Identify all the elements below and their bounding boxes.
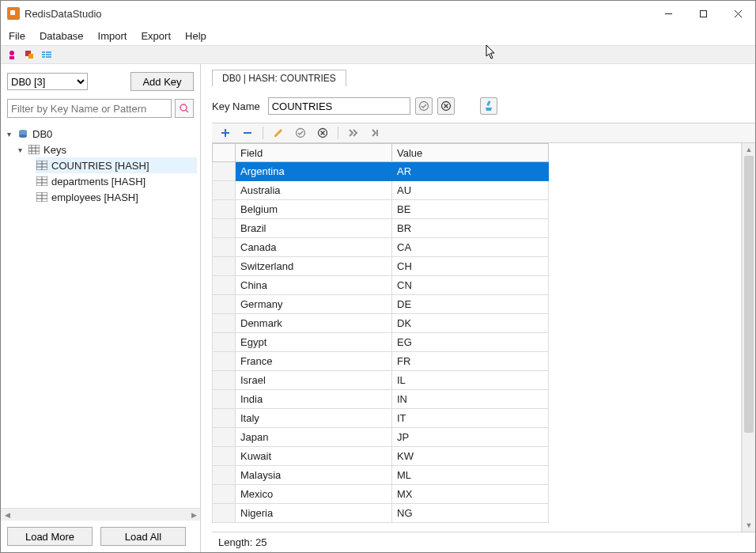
menu-file[interactable]: File [9, 30, 25, 42]
grid-vscroll[interactable]: ▲ ▼ [742, 143, 755, 532]
table-row[interactable]: EgyptEG [212, 333, 741, 352]
rownum-cell [212, 257, 236, 276]
field-cell: Denmark [236, 314, 392, 333]
scroll-up-icon[interactable]: ▲ [743, 143, 755, 156]
field-cell: Italy [236, 409, 392, 428]
tree-keys[interactable]: ▾ Keys [15, 142, 197, 157]
svg-rect-9 [42, 54, 45, 55]
database-icon [17, 128, 29, 139]
delete-button[interactable] [314, 124, 331, 142]
load-more-button[interactable]: Load More [7, 527, 93, 546]
menubar: File Database Import Export Help [1, 26, 755, 45]
filter-search-button[interactable] [175, 99, 194, 118]
tree-item[interactable]: departments [HASH] [36, 173, 197, 189]
grid-icon [28, 144, 40, 155]
table-row[interactable]: SwitzerlandCH [212, 257, 741, 276]
table-row[interactable]: MexicoMX [212, 485, 741, 504]
filter-input[interactable] [7, 99, 172, 118]
value-cell: CN [392, 276, 549, 295]
value-cell: NG [392, 504, 549, 523]
field-cell: Israel [236, 371, 392, 390]
value-header[interactable]: Value [392, 143, 549, 162]
table-row[interactable]: DenmarkDK [212, 314, 741, 333]
menu-database[interactable]: Database [40, 30, 84, 42]
value-cell: AR [392, 162, 549, 181]
menu-import[interactable]: Import [98, 30, 127, 42]
confirm-button[interactable] [292, 124, 309, 142]
minimize-button[interactable] [651, 1, 686, 26]
svg-rect-8 [42, 51, 45, 53]
tree-root[interactable]: ▾ DB0 [4, 126, 197, 142]
table-row[interactable]: KuwaitKW [212, 447, 741, 466]
length-label: Length: 25 [218, 536, 266, 548]
toolbar-icon-3[interactable] [40, 48, 53, 61]
menu-help[interactable]: Help [185, 30, 206, 42]
titlebar: RedisDataStudio [1, 1, 755, 26]
value-cell: FR [392, 352, 549, 371]
table-row[interactable]: ItalyIT [212, 409, 741, 428]
svg-rect-7 [28, 54, 33, 59]
remove-row-button[interactable] [239, 124, 256, 142]
scroll-down-icon[interactable]: ▼ [743, 519, 755, 532]
keyname-label: Key Name [212, 100, 260, 112]
table-row[interactable]: BelgiumBE [212, 200, 741, 219]
collapse-icon[interactable]: ▾ [4, 130, 13, 138]
value-cell: DK [392, 314, 549, 333]
svg-rect-10 [42, 56, 45, 58]
rownum-cell [212, 485, 236, 504]
rownum-cell [212, 333, 236, 352]
table-row[interactable]: AustraliaAU [212, 181, 741, 200]
table-row[interactable]: ArgentinaAR [212, 162, 741, 181]
svg-point-14 [180, 104, 187, 111]
rownum-cell [212, 295, 236, 314]
table-row[interactable]: IndiaIN [212, 390, 741, 409]
close-button[interactable] [720, 1, 755, 26]
rownum-cell [212, 466, 236, 485]
load-all-button[interactable]: Load All [100, 527, 186, 546]
value-cell: IT [392, 409, 549, 428]
field-header[interactable]: Field [236, 143, 392, 162]
table-icon [36, 191, 48, 203]
scroll-thumb[interactable] [744, 156, 754, 433]
tab-countries[interactable]: DB0 | HASH: COUNTRIES [212, 70, 346, 86]
table-row[interactable]: JapanJP [212, 428, 741, 447]
field-cell: Australia [236, 181, 392, 200]
tree-item[interactable]: employees [HASH] [36, 189, 197, 205]
toolbar-icon-2[interactable] [23, 48, 36, 61]
table-row[interactable]: CanadaCA [212, 238, 741, 257]
db-select[interactable]: DB0 [3] [7, 73, 88, 90]
cancel-button[interactable] [437, 97, 455, 115]
value-cell: JP [392, 428, 549, 447]
rownum-header[interactable] [212, 143, 236, 162]
collapse-icon[interactable]: ▾ [15, 146, 25, 154]
table-row[interactable]: FranceFR [212, 352, 741, 371]
clean-button[interactable] [480, 97, 497, 115]
field-cell: Switzerland [236, 257, 392, 276]
toolbar-icon-1[interactable] [6, 48, 18, 61]
edit-button[interactable] [270, 124, 287, 142]
svg-rect-40 [486, 100, 490, 106]
rownum-cell [212, 162, 236, 181]
table-row[interactable]: NigeriaNG [212, 504, 741, 523]
next-page-button[interactable] [345, 124, 362, 142]
scroll-left-icon[interactable]: ◀ [1, 509, 13, 521]
last-page-button[interactable] [367, 124, 384, 142]
table-row[interactable]: IsraelIL [212, 371, 741, 390]
table-row[interactable]: ChinaCN [212, 276, 741, 295]
key-tree: ▾ DB0 ▾ Keys COUNTRIES [HASH]departments… [1, 121, 200, 508]
table-row[interactable]: MalaysiaML [212, 466, 741, 485]
tree-item[interactable]: COUNTRIES [HASH] [36, 157, 197, 173]
svg-rect-11 [46, 51, 51, 53]
maximize-button[interactable] [686, 1, 720, 26]
add-row-button[interactable] [217, 124, 234, 142]
apply-button[interactable] [415, 97, 433, 115]
keyname-input[interactable] [268, 97, 410, 115]
menu-export[interactable]: Export [141, 30, 171, 42]
table-row[interactable]: GermanyDE [212, 295, 741, 314]
sidebar-hscroll[interactable]: ◀ ▶ [1, 508, 200, 521]
table-row[interactable]: BrazilBR [212, 219, 741, 238]
rownum-cell [212, 219, 236, 238]
add-key-button[interactable]: Add Key [130, 72, 194, 91]
scroll-right-icon[interactable]: ▶ [187, 509, 200, 521]
table-icon [36, 176, 48, 187]
